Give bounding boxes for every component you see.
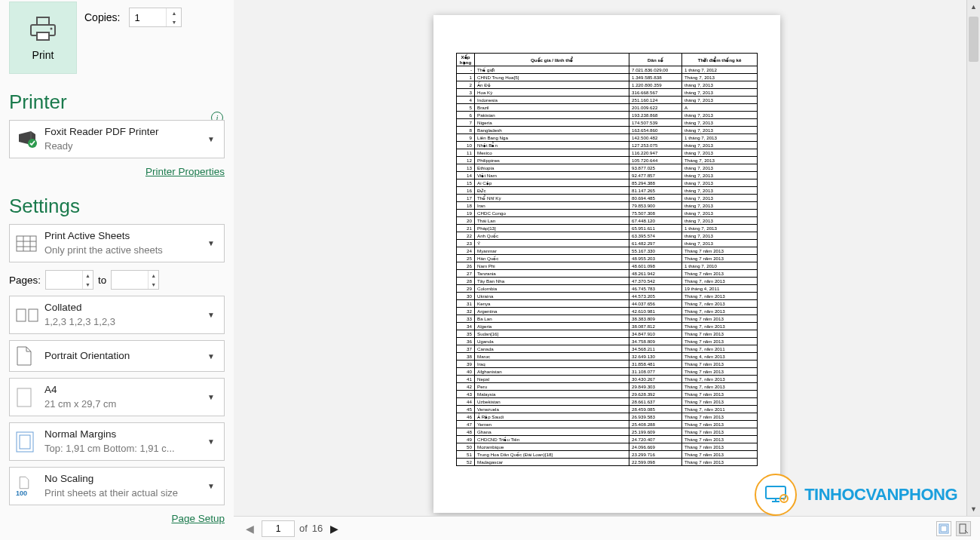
chevron-down-icon: ▼	[204, 239, 218, 247]
scaling-icon	[16, 476, 32, 489]
table-row: 29Colombia46.745.78319 tháng 4, 2011	[457, 285, 758, 293]
paper-label: A4	[44, 383, 204, 397]
table-row: 21Pháp[13]65.951.6111 tháng 7, 2013	[457, 225, 758, 232]
print-what-sub: Only print the active sheets	[44, 244, 204, 257]
table-row: 4Indonesia251.160.124tháng 7, 2013	[457, 97, 758, 104]
table-row: 40Afghanistan31.108.077Tháng 7 năm 2013	[457, 368, 758, 376]
copies-input[interactable]	[130, 8, 166, 26]
print-button-label: Print	[32, 49, 54, 61]
table-row: 12Philippines105.720.644Tháng 7, 2013	[457, 157, 758, 164]
margins-sub: Top: 1,91 cm Bottom: 1,91 c...	[44, 442, 204, 456]
table-row: 31Kenya44.037.656Tháng 7, năm 2013	[457, 300, 758, 308]
table-row: 11Mexico116.220.947tháng 7, 2013	[457, 149, 758, 157]
table-row: 18Iran79.853.900tháng 7, 2013	[457, 202, 758, 210]
table-row: 16Đức81.147.265tháng 7, 2013	[457, 187, 758, 195]
table-row: 26Nam Phi48.601.0981 tháng 7, 2010	[457, 262, 758, 270]
table-row: 45Venezuela28.459.085Tháng 7, năm 2011	[457, 406, 758, 413]
table-row: 6Pakistan193.238.868tháng 7, 2013	[457, 112, 758, 119]
scaling-100-label: 100	[16, 489, 27, 497]
table-row: 33Ba Lan38.383.809Tháng 7 năm 2013	[457, 315, 758, 323]
collate-sub: 1,2,3 1,2,3 1,2,3	[44, 315, 204, 329]
table-row: 47Yemen25.408.288Tháng 7 năm 2013	[457, 421, 758, 428]
table-row: 2Ấn Độ1.220.800.359tháng 7, 2013	[457, 81, 758, 89]
pages-to-down[interactable]: ▼	[149, 280, 158, 289]
table-row: 19CHDC Congo75.507.308tháng 7, 2013	[457, 210, 758, 217]
pages-from-spinner[interactable]: ▲▼	[45, 270, 93, 290]
copies-label: Copies:	[84, 11, 120, 23]
table-row: 41Nepal30.430.267Tháng 7, năm 2013	[457, 376, 758, 383]
table-row: 17Thổ Nhĩ Kỳ80.694.485tháng 7, 2013	[457, 195, 758, 202]
margins-label: Normal Margins	[44, 428, 204, 442]
print-button[interactable]: Print	[9, 2, 77, 74]
printer-properties-link[interactable]: Printer Properties	[145, 166, 225, 177]
orientation-label: Portrait Orientation	[44, 349, 204, 364]
table-row: 27Tanzania48.261.942Tháng 7 năm 2013	[457, 270, 758, 278]
doc-table: Xếp hạngQuốc gia / lãnh thổDân sốThời đi…	[456, 53, 758, 466]
zoom-to-page-button[interactable]	[956, 521, 971, 536]
settings-section-title: Settings	[9, 195, 225, 218]
table-row: 43Malaysia29.628.392Tháng 7 năm 2013	[457, 391, 758, 398]
orientation-selector[interactable]: Portrait Orientation ▼	[9, 340, 225, 372]
table-row: 23Ý61.482.297tháng 7, 2013	[457, 240, 758, 247]
preview-page: Xếp hạngQuốc gia / lãnh thổDân sốThời đi…	[433, 15, 780, 513]
table-row: 32Argentina42.610.981Tháng 7, năm 2013	[457, 308, 758, 315]
printer-icon	[28, 14, 58, 43]
table-row: 9Liên Bang Nga142.500.4821 tháng 7, 2013	[457, 134, 758, 142]
scaling-selector[interactable]: 100 No Scaling Print sheets at their act…	[9, 467, 225, 505]
scroll-track[interactable]	[967, 14, 980, 502]
table-row: 49CHDCND Triều Tiên24.720.407Tháng 7 năm…	[457, 436, 758, 443]
pages-label: Pages:	[9, 275, 41, 286]
pages-to-input[interactable]	[112, 271, 148, 289]
printer-device-icon	[16, 130, 38, 149]
vertical-scrollbar[interactable]: ▲ ▼	[966, 0, 980, 516]
scroll-down-icon[interactable]: ▼	[967, 502, 980, 516]
table-row: 48Ghana25.199.609Tháng 7 năm 2013	[457, 428, 758, 436]
svg-rect-16	[941, 526, 947, 532]
svg-rect-14	[20, 435, 30, 449]
print-what-selector[interactable]: Print Active Sheets Only print the activ…	[9, 224, 225, 262]
table-row: 50Mozambique24.096.669Tháng 7 năm 2013	[457, 443, 758, 451]
sheets-icon	[16, 235, 37, 252]
copies-spinner[interactable]: ▲ ▼	[129, 8, 182, 27]
copies-up[interactable]: ▲	[167, 8, 181, 17]
pages-to-spinner[interactable]: ▲▼	[111, 270, 159, 290]
table-row: 44Uzbekistan28.661.637Tháng 7 năm 2013	[457, 398, 758, 406]
chevron-down-icon: ▼	[204, 437, 218, 446]
prev-page-button[interactable]: ◀	[243, 523, 257, 535]
svg-point-3	[51, 28, 53, 30]
pages-from-up[interactable]: ▲	[83, 271, 93, 280]
scroll-thumb[interactable]	[969, 17, 978, 62]
svg-rect-5	[17, 236, 36, 251]
chevron-down-icon: ▼	[204, 352, 218, 361]
svg-rect-11	[29, 309, 38, 321]
table-header: Thời điểm thống kê	[682, 54, 758, 66]
collate-selector[interactable]: Collated 1,2,3 1,2,3 1,2,3 ▼	[9, 296, 225, 334]
paper-size-selector[interactable]: A4 21 cm x 29,7 cm ▼	[9, 378, 225, 416]
table-row: 15Ai Cập85.294.388tháng 7, 2013	[457, 179, 758, 187]
pages-from-down[interactable]: ▼	[83, 280, 93, 289]
next-page-button[interactable]: ▶	[327, 523, 341, 535]
table-row: 38Maroc32.649.130Tháng 4, năm 2013	[457, 353, 758, 361]
table-row: 35Sudan[16]34.847.910Tháng 7 năm 2013	[457, 330, 758, 338]
page-of-label: of	[299, 523, 308, 534]
margins-selector[interactable]: Normal Margins Top: 1,91 cm Bottom: 1,91…	[9, 422, 225, 461]
table-header: Dân số	[629, 54, 682, 66]
printer-selector[interactable]: Foxit Reader PDF Printer Ready ▼	[9, 120, 225, 158]
current-page-input[interactable]	[262, 520, 295, 537]
page-setup-link[interactable]: Page Setup	[171, 513, 225, 524]
svg-rect-17	[960, 524, 966, 533]
svg-rect-10	[17, 309, 26, 321]
table-row: 3Hoa Kỳ316.668.567tháng 7, 2013	[457, 89, 758, 97]
table-row: 25Hàn Quốc48.955.203Tháng 7 năm 2013	[457, 255, 758, 262]
table-row: 13Ethiopia93.877.025tháng 7, 2013	[457, 164, 758, 172]
pages-to-up[interactable]: ▲	[149, 271, 158, 280]
preview-footer: ◀ of 16 ▶	[234, 516, 980, 540]
table-row: 30Ukraina44.573.205Tháng 7, năm 2013	[457, 293, 758, 300]
pages-from-input[interactable]	[46, 271, 82, 289]
show-margins-button[interactable]	[936, 521, 951, 536]
scaling-sub: Print sheets at their actual size	[44, 486, 204, 500]
copies-down[interactable]: ▼	[167, 17, 181, 26]
scroll-up-icon[interactable]: ▲	[967, 0, 980, 14]
printer-section-title: Printer	[9, 91, 225, 114]
table-row: 36Uganda34.758.809Tháng 7 năm 2013	[457, 338, 758, 345]
